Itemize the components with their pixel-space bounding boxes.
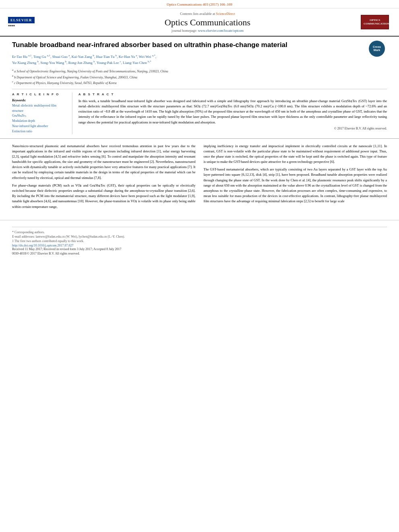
column-right: implying inefficiency in energy transfer… bbox=[204, 144, 387, 212]
abstract-title: A B S T R A C T bbox=[78, 92, 387, 96]
col1-paragraph1: Nano/micro-structured plasmonic and meta… bbox=[12, 144, 195, 181]
two-column-layout: Nano/micro-structured plasmonic and meta… bbox=[12, 144, 387, 212]
article-title-block: Tunable broadband near-infrared absorber… bbox=[12, 41, 387, 49]
sciencedirect-link[interactable]: Contents lists available at ScienceDirec… bbox=[60, 12, 355, 16]
keyword-2: Ge₂Sb₂Te₅ bbox=[12, 113, 68, 119]
journal-reference: Optics Communications 403 (2017) 166–169 bbox=[167, 2, 232, 6]
author-kai-yan-zang: Kai-Yan Zang b bbox=[72, 55, 95, 59]
elsevier-logo: ELSEVIER bbox=[8, 17, 35, 23]
authors-list: Er-Tao Hu a,1, Tong Gu a,1, Shuai Guo a,… bbox=[12, 53, 387, 66]
journal-title: Optics Communications bbox=[60, 17, 355, 28]
column-left: Nano/micro-structured plasmonic and meta… bbox=[12, 144, 195, 212]
author-song-you-wang: Song-You Wang b bbox=[41, 61, 67, 65]
author-liang-yao-chen: Liang-Yao Chen b,* bbox=[123, 61, 151, 65]
keyword-5: Extinction ratio bbox=[12, 129, 68, 134]
equal-contribution-note: 1 The first two authors contributed equa… bbox=[12, 239, 387, 243]
abstract-text: In this work, a tunable broadband near-i… bbox=[78, 99, 387, 125]
author-tong-gu: Tong Gu a,1 bbox=[33, 55, 50, 59]
keyword-4: Near-infrared light absorber bbox=[12, 124, 68, 129]
section-divider bbox=[12, 89, 387, 89]
author-shuai-guo: Shuai Guo a bbox=[52, 55, 70, 59]
crossmark-circle: CrossMark bbox=[369, 41, 385, 57]
sciencedirect-anchor[interactable]: ScienceDirect bbox=[216, 12, 235, 16]
article-footer: * Corresponding authors. E-mail addresse… bbox=[0, 220, 399, 257]
article-header-section: Tunable broadband near-infrared absorber… bbox=[0, 37, 399, 139]
journal-header-right: OPTICSCOMMUNICATIONS bbox=[359, 15, 391, 29]
keywords-label: Keywords: bbox=[12, 99, 68, 102]
keyword-3: Modulation depth bbox=[12, 119, 68, 124]
corresponding-note: * Corresponding authors. bbox=[12, 230, 387, 234]
crossmark-badge[interactable]: CrossMark bbox=[369, 41, 387, 59]
author-rong-jun-zhang: Rong-Jun Zhang b bbox=[68, 61, 95, 65]
article-info-abstract: A R T I C L E I N F O Keywords: Metal–di… bbox=[12, 92, 387, 134]
journal-header-left: ELSEVIER ■■■■ bbox=[8, 17, 56, 27]
main-content: Nano/micro-structured plasmonic and meta… bbox=[0, 139, 399, 217]
sciencedirect-prefix: Contents lists available at bbox=[180, 12, 216, 16]
affiliation-c: c c Department of Physics, Hanyang Unive… bbox=[12, 80, 387, 86]
affiliation-b: b b Department of Optical Science and En… bbox=[12, 74, 387, 80]
author-wei-wei: Wei Wei a,* bbox=[139, 55, 155, 59]
col1-paragraph2: For phase-change materials (PCM) such as… bbox=[12, 183, 195, 210]
journal-logo-text: OPTICSCOMMUNICATIONS bbox=[364, 18, 391, 25]
col2-paragraph1: implying inefficiency in energy transfer… bbox=[204, 144, 387, 165]
keyword-1: Metal–dielectric multilayered film struc… bbox=[12, 103, 68, 114]
homepage-link[interactable]: www.elsevier.com/locate/optcom bbox=[198, 29, 243, 33]
journal-logo-box: OPTICSCOMMUNICATIONS bbox=[361, 15, 389, 29]
journal-homepage[interactable]: journal homepage: www.elsevier.com/locat… bbox=[60, 29, 355, 33]
received-info: Received 11 May 2017; Received in revise… bbox=[12, 247, 387, 251]
author-yu-xiang-zheng: Yu-Xiang Zheng b bbox=[12, 61, 39, 65]
footer-divider bbox=[12, 227, 387, 227]
crossmark-label: CrossMark bbox=[373, 45, 381, 52]
journal-header-center: Contents lists available at ScienceDirec… bbox=[60, 12, 355, 33]
issn-copyright: 0030-4018/© 2017 Elsevier B.V. All right… bbox=[12, 252, 387, 255]
abstract-panel: A B S T R A C T In this work, a tunable … bbox=[72, 92, 387, 134]
article-info-panel: A R T I C L E I N F O Keywords: Metal–di… bbox=[12, 92, 72, 134]
article-title: Tunable broadband near-infrared absorber… bbox=[12, 41, 288, 49]
author-ke-han-yu: Ke-Han Yu a bbox=[119, 55, 137, 59]
journal-reference-bar: Optics Communications 403 (2017) 166–169 bbox=[0, 0, 399, 8]
author-hua-tian-tu: Hua-Tian Tu b bbox=[96, 55, 117, 59]
homepage-prefix: journal homepage: bbox=[172, 29, 198, 33]
article-info-title: A R T I C L E I N F O bbox=[12, 92, 68, 96]
col2-paragraph2: The GST-based metamaterial absorbers, wh… bbox=[204, 167, 387, 204]
author-young-pak-lee: Young-Pak Lee c bbox=[97, 61, 121, 65]
doi-link[interactable]: http://dx.doi.org/10.1016/j.optcom.2017.… bbox=[12, 244, 387, 247]
email-note: E-mail addresses: lamww@fudan.edu.cn (W.… bbox=[12, 235, 387, 238]
affiliation-a: a a School of Optoelectronic Engineering… bbox=[12, 68, 387, 74]
affiliations-list: a a School of Optoelectronic Engineering… bbox=[12, 68, 387, 86]
author-ertao-hu: Er-Tao Hu a,1 bbox=[12, 55, 32, 59]
abstract-copyright: © 2017 Elsevier B.V. All rights reserved… bbox=[78, 127, 387, 130]
elsevier-tagline: ■■■■ bbox=[8, 24, 15, 27]
journal-header: ELSEVIER ■■■■ Contents lists available a… bbox=[0, 8, 399, 37]
